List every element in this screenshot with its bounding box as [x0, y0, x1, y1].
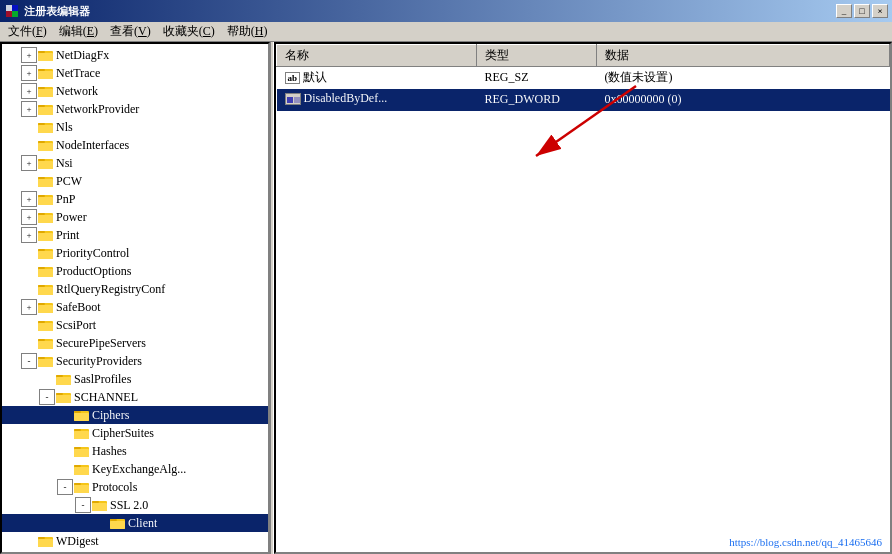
- tree-item-pnp[interactable]: + PnP: [2, 190, 268, 208]
- tree-item-power[interactable]: + Power: [2, 208, 268, 226]
- folder-icon-nls: [38, 120, 54, 134]
- svg-rect-38: [38, 249, 45, 251]
- app-icon: [4, 3, 20, 19]
- tree-item-client[interactable]: Client: [2, 514, 268, 532]
- expand-securityproviders[interactable]: -: [21, 353, 37, 369]
- svg-rect-80: [92, 501, 99, 503]
- svg-rect-32: [38, 213, 45, 215]
- tree-item-schannel[interactable]: - SCHANNEL: [2, 388, 268, 406]
- tree-item-servicegrouporder[interactable]: ServiceGroupOrder: [2, 550, 268, 552]
- tree-item-scsiport[interactable]: ScsiPort: [2, 316, 268, 334]
- tree-item-ssl20[interactable]: - SSL 2.0: [2, 496, 268, 514]
- expand-netdiagfx[interactable]: +: [21, 47, 37, 63]
- svg-rect-47: [38, 303, 45, 305]
- svg-rect-23: [38, 159, 45, 161]
- tree-item-netdiagfx[interactable]: + NetDiagFx: [2, 46, 268, 64]
- svg-rect-77: [74, 483, 81, 485]
- tree-item-ciphersuites[interactable]: CipherSuites: [2, 424, 268, 442]
- svg-rect-33: [38, 215, 53, 223]
- folder-icon-securityproviders: [38, 354, 54, 368]
- tree-item-print[interactable]: + Print: [2, 226, 268, 244]
- col-header-type[interactable]: 类型: [477, 45, 597, 67]
- tree-item-nls[interactable]: Nls: [2, 118, 268, 136]
- tree-item-nodeinterfaces[interactable]: NodeInterfaces: [2, 136, 268, 154]
- expand-safeboot[interactable]: +: [21, 299, 37, 315]
- tree-item-prioritycontrol[interactable]: PriorityControl: [2, 244, 268, 262]
- tree-item-nettrace[interactable]: + NetTrace: [2, 64, 268, 82]
- close-button[interactable]: ×: [872, 4, 888, 18]
- expand-networkprovider[interactable]: +: [21, 101, 37, 117]
- tree-item-safeboot[interactable]: + SafeBoot: [2, 298, 268, 316]
- expand-nodeinterfaces: [21, 137, 37, 153]
- svg-rect-18: [38, 125, 53, 133]
- main-container: + NetDiagFx + NetTrace + Network: [0, 42, 892, 554]
- menu-favorites[interactable]: 收藏夹(C): [157, 21, 221, 42]
- tree-item-networkprovider[interactable]: + NetworkProvider: [2, 100, 268, 118]
- tree-item-network[interactable]: + Network: [2, 82, 268, 100]
- tree-label-servicegrouporder: ServiceGroupOrder: [56, 550, 151, 552]
- menu-view[interactable]: 查看(V): [104, 21, 157, 42]
- expand-schannel[interactable]: -: [39, 389, 55, 405]
- tree-item-rtlqueryregistryconf[interactable]: RtlQueryRegistryConf: [2, 280, 268, 298]
- expand-power[interactable]: +: [21, 209, 37, 225]
- tree-scroll[interactable]: + NetDiagFx + NetTrace + Network: [2, 44, 268, 552]
- row1-data: (数值未设置): [597, 67, 890, 89]
- svg-rect-29: [38, 195, 45, 197]
- folder-icon-networkprovider: [38, 102, 54, 116]
- expand-ciphersuites: [57, 425, 73, 441]
- menu-help[interactable]: 帮助(H): [221, 21, 274, 42]
- tree-item-wdigest[interactable]: WDigest: [2, 532, 268, 550]
- tree-label-nsi: Nsi: [56, 154, 73, 172]
- svg-rect-8: [38, 69, 45, 71]
- expand-productoptions: [21, 263, 37, 279]
- tree-label-client: Client: [128, 514, 157, 532]
- expand-prioritycontrol: [21, 245, 37, 261]
- tree-item-productoptions[interactable]: ProductOptions: [2, 262, 268, 280]
- svg-rect-102: [294, 97, 300, 103]
- tree-item-securepipeservers[interactable]: SecurePipeServers: [2, 334, 268, 352]
- svg-rect-50: [38, 321, 45, 323]
- table-row[interactable]: ab 默认 REG_SZ (数值未设置): [277, 67, 890, 89]
- svg-rect-87: [38, 539, 53, 547]
- svg-rect-5: [38, 51, 45, 53]
- expand-saslprofiles: [39, 371, 55, 387]
- menu-file[interactable]: 文件(F): [2, 21, 53, 42]
- folder-icon-print: [38, 228, 54, 242]
- tree-item-ciphers[interactable]: Ciphers: [2, 406, 268, 424]
- tree-item-hashes[interactable]: Hashes: [2, 442, 268, 460]
- tree-item-pcw[interactable]: PCW: [2, 172, 268, 190]
- folder-icon-protocols: [74, 480, 90, 494]
- tree-item-saslprofiles[interactable]: SaslProfiles: [2, 370, 268, 388]
- tree-item-keyexchangealg[interactable]: KeyExchangeAlg...: [2, 460, 268, 478]
- tree-item-protocols[interactable]: - Protocols: [2, 478, 268, 496]
- folder-icon-productoptions: [38, 264, 54, 278]
- expand-scsiport: [21, 317, 37, 333]
- minimize-button[interactable]: _: [836, 4, 852, 18]
- table-row[interactable]: DisabledByDef... REG_DWORD 0x00000000 (0…: [277, 89, 890, 112]
- expand-network[interactable]: +: [21, 83, 37, 99]
- col-header-name[interactable]: 名称: [277, 45, 477, 67]
- expand-print[interactable]: +: [21, 227, 37, 243]
- expand-pnp[interactable]: +: [21, 191, 37, 207]
- tree-item-nsi[interactable]: + Nsi: [2, 154, 268, 172]
- tree-label-nettrace: NetTrace: [56, 64, 100, 82]
- window-controls: _ □ ×: [836, 4, 888, 18]
- expand-nettrace[interactable]: +: [21, 65, 37, 81]
- expand-nsi[interactable]: +: [21, 155, 37, 171]
- svg-rect-39: [38, 251, 53, 259]
- tree-label-prioritycontrol: PriorityControl: [56, 244, 129, 262]
- expand-wdigest: [21, 533, 37, 549]
- svg-rect-21: [38, 143, 53, 151]
- expand-ssl20[interactable]: -: [75, 497, 91, 513]
- col-header-data[interactable]: 数据: [597, 45, 890, 67]
- tree-panel: + NetDiagFx + NetTrace + Network: [0, 42, 270, 554]
- folder-icon-nettrace: [38, 66, 54, 80]
- tree-label-ciphersuites: CipherSuites: [92, 424, 154, 442]
- right-panel: 名称 类型 数据 ab 默认 REG_SZ (数值未设置): [274, 42, 892, 554]
- tree-item-securityproviders[interactable]: - SecurityProviders: [2, 352, 268, 370]
- maximize-button[interactable]: □: [854, 4, 870, 18]
- tree-label-securityproviders: SecurityProviders: [56, 352, 142, 370]
- row2-name: DisabledByDef...: [277, 89, 477, 112]
- menu-edit[interactable]: 编辑(E): [53, 21, 104, 42]
- expand-protocols[interactable]: -: [57, 479, 73, 495]
